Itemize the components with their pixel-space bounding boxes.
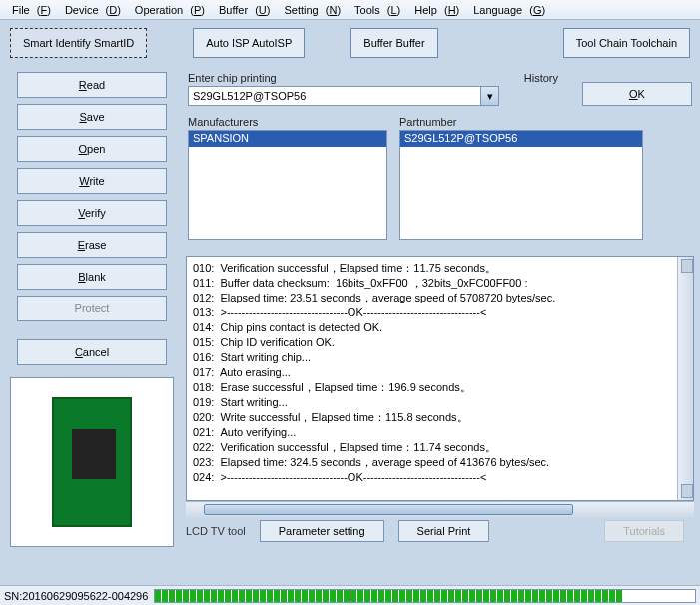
serial-print-button[interactable]: Serial Print	[398, 520, 490, 542]
menu-help[interactable]: Help (H)	[406, 2, 463, 17]
log-panel: 010: Verification successful，Elapsed tim…	[186, 256, 694, 501]
ok-button[interactable]: OK	[582, 82, 692, 106]
smart-identify-button[interactable]: Smart Identify SmartID	[10, 28, 147, 58]
chip-dropdown-button[interactable]: ▾	[481, 86, 499, 106]
erase-button[interactable]: Erase	[17, 232, 167, 258]
tutorials-button[interactable]: Tutorials	[604, 520, 684, 542]
verify-button[interactable]: Verify	[17, 200, 167, 226]
menu-tools[interactable]: Tools (L)	[347, 2, 404, 17]
menubar: File (F) Device (D) Operation (P) Buffer…	[0, 0, 700, 20]
history-label: History	[524, 72, 558, 84]
manufacturers-label: Manufacturers	[188, 116, 387, 128]
chip-combo[interactable]: ▾	[188, 86, 499, 106]
status-bar: SN:20160629095622-004296	[0, 585, 700, 605]
menu-language[interactable]: Language (G)	[465, 2, 549, 17]
horizontal-scrollbar[interactable]	[186, 501, 694, 517]
chip-preview-image	[10, 377, 174, 547]
cancel-button[interactable]: Cancel	[17, 339, 167, 365]
manufacturers-listbox[interactable]: SPANSION	[188, 130, 387, 240]
menu-buffer[interactable]: Buffer (U)	[211, 2, 275, 17]
open-button[interactable]: Open	[17, 136, 167, 162]
save-button[interactable]: Save	[17, 104, 167, 130]
blank-button[interactable]: Blank	[17, 264, 167, 290]
protect-button: Protect	[17, 296, 167, 321]
menu-device[interactable]: Device (D)	[57, 2, 125, 17]
chevron-down-icon: ▾	[487, 90, 493, 103]
menu-setting[interactable]: Setting (N)	[276, 2, 345, 17]
sidebar: Read Save Open Write Verify Erase Blank …	[6, 66, 178, 547]
read-button[interactable]: Read	[17, 72, 167, 98]
serial-number: SN:20160629095622-004296	[4, 590, 148, 602]
toolchain-button[interactable]: Tool Chain Toolchain	[563, 28, 690, 58]
chip-input[interactable]	[188, 86, 481, 106]
auto-isp-button[interactable]: Auto ISP AutoISP	[193, 28, 305, 58]
partnumber-listbox[interactable]: S29GL512P@TSOP56	[399, 130, 643, 240]
vertical-scrollbar[interactable]	[677, 257, 693, 500]
scrollbar-thumb[interactable]	[204, 504, 573, 515]
list-item[interactable]: SPANSION	[189, 131, 386, 147]
lcd-tv-label: LCD TV tool	[186, 525, 246, 537]
log-text: 010: Verification successful，Elapsed tim…	[187, 257, 677, 500]
menu-file[interactable]: File (F)	[4, 2, 55, 17]
write-button[interactable]: Write	[17, 168, 167, 194]
menu-operation[interactable]: Operation (P)	[127, 2, 209, 17]
list-item[interactable]: S29GL512P@TSOP56	[400, 131, 642, 147]
buffer-button[interactable]: Buffer Buffer	[350, 28, 437, 58]
partnumber-label: Partnumber	[399, 116, 643, 128]
enter-chip-label: Enter chip printing	[188, 72, 277, 84]
progress-bar	[154, 589, 696, 603]
toolbar: Smart Identify SmartID Auto ISP AutoISP …	[0, 20, 700, 66]
parameter-setting-button[interactable]: Parameter setting	[260, 520, 384, 542]
